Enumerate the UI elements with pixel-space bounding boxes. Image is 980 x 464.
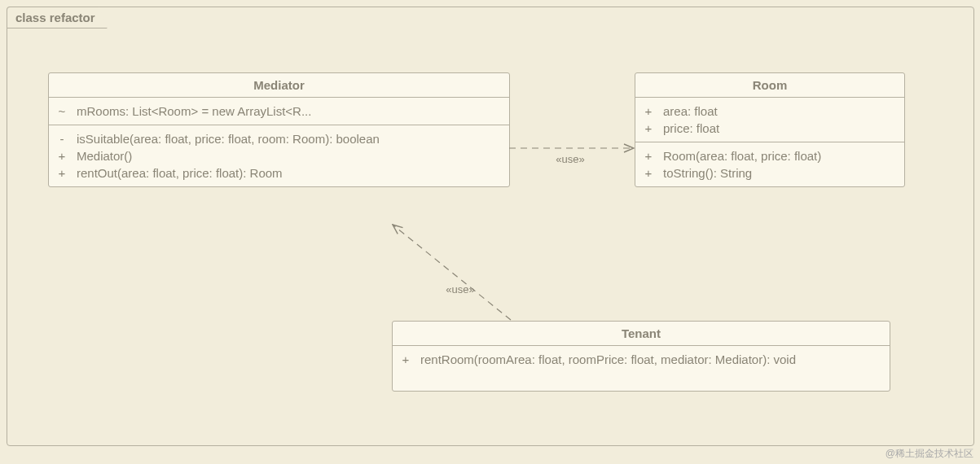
operation-row: + Room(area: float, price: float) [644,147,896,164]
visibility: + [401,352,411,366]
signature: toString(): String [663,166,752,180]
class-operations: - isSuitable(area: float, price: float, … [49,125,509,186]
watermark: @稀土掘金技术社区 [886,447,973,461]
visibility: + [644,149,653,163]
operation-row: + toString(): String [644,164,896,182]
diagram-frame: class refactor Mediator ~ mRooms: List<R… [7,7,974,446]
signature: area: float [663,104,718,118]
class-operations: + Room(area: float, price: float) + toSt… [635,142,904,186]
class-operations: + rentRoom(roomArea: float, roomPrice: f… [393,346,890,391]
signature: isSuitable(area: float, price: float, ro… [77,132,380,146]
operation-row: + rentOut(area: float, price: float): Ro… [57,164,501,182]
class-title: Tenant [393,322,890,346]
signature: rentRoom(roomArea: float, roomPrice: flo… [420,352,796,366]
class-attributes: + area: float + price: float [635,98,904,142]
visibility: - [57,132,67,146]
class-attributes: ~ mRooms: List<Room> = new ArrayList<R..… [49,98,509,125]
signature: Room(area: float, price: float) [663,149,821,163]
signature: mRooms: List<Room> = new ArrayList<R... [77,104,311,118]
class-room: Room + area: float + price: float + Room… [635,72,905,187]
operation-row: + Mediator() [57,147,501,164]
attribute-row: + price: float [644,120,896,137]
operation-row: + rentRoom(roomArea: float, roomPrice: f… [401,351,881,368]
signature: Mediator() [77,149,132,163]
frame-title: class refactor [7,7,108,28]
class-mediator: Mediator ~ mRooms: List<Room> = new Arra… [48,72,510,187]
class-tenant: Tenant + rentRoom(roomArea: float, roomP… [392,321,890,392]
visibility: + [644,121,653,135]
visibility: ~ [57,104,67,118]
attribute-row: + area: float [644,103,896,120]
class-title: Room [635,73,904,98]
visibility: + [57,149,67,163]
visibility: + [57,166,67,180]
class-title: Mediator [49,73,509,98]
signature: rentOut(area: float, price: float): Room [77,166,283,180]
visibility: + [644,166,653,180]
visibility: + [644,104,653,118]
attribute-row: ~ mRooms: List<Room> = new ArrayList<R..… [57,103,501,120]
operation-row: - isSuitable(area: float, price: float, … [57,130,501,147]
signature: price: float [663,121,719,135]
